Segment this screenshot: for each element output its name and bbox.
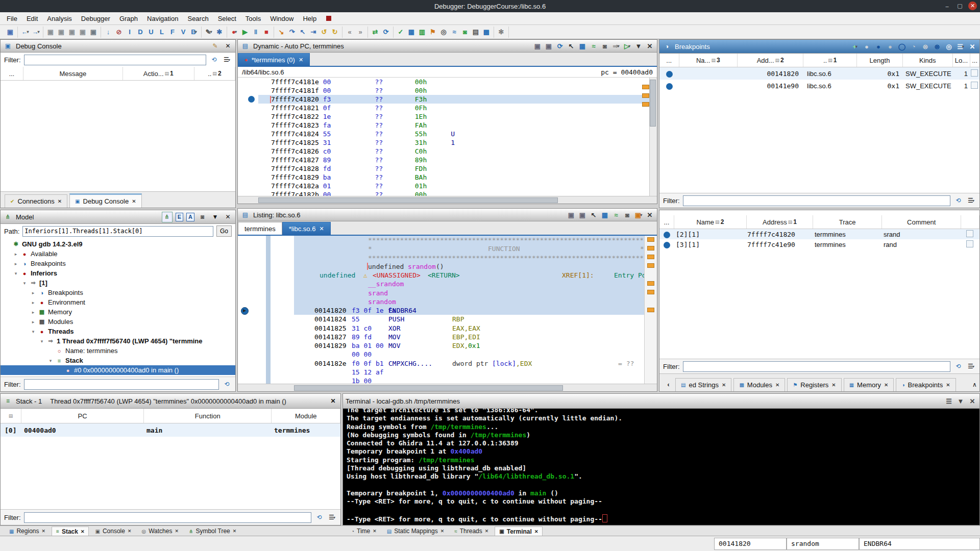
refresh-icon[interactable]: ⟳ (555, 41, 565, 51)
tab-close-icon[interactable]: ✕ (128, 529, 132, 534)
column-header-...[interactable]: ... (1, 67, 23, 80)
tab-close-icon[interactable]: ✕ (81, 529, 85, 534)
magnify-icon[interactable]: ◎ (944, 42, 953, 51)
breakpoint-enabled-icon[interactable] (666, 83, 673, 90)
pointer-icon[interactable]: ↖ (567, 41, 576, 51)
tree-expander-icon[interactable]: ▸ (31, 319, 36, 324)
tree-node[interactable]: ▾●Threads (1, 327, 235, 336)
byte-row[interactable]: 7ffff7c41822 1e ?? 1Eh (258, 112, 657, 121)
column-header-level[interactable]: ▤ (1, 409, 21, 423)
enable-all-icon[interactable]: ● (862, 42, 871, 51)
column-header-Trace[interactable]: Trace (813, 215, 882, 229)
letter-f-icon[interactable]: F (168, 28, 177, 37)
record-icon[interactable]: ●▾ (230, 28, 239, 37)
tree-expander-icon[interactable]: ▸ (13, 252, 18, 257)
column-header-Lo...[interactable]: Lo... (953, 54, 971, 67)
column-header-...[interactable]: ... (659, 54, 679, 67)
byte-row[interactable]: 7ffff7c41827 89 ?? 89h (258, 156, 657, 164)
menu-tools[interactable]: Tools (241, 14, 265, 23)
goto-prev-icon[interactable]: « (345, 28, 354, 37)
tab-debug-console[interactable]: ▣Debug Console✕ (69, 193, 141, 208)
filter-refresh-icon[interactable]: ⟲ (953, 362, 963, 371)
letter-d-icon[interactable]: D (136, 28, 145, 37)
column-header-Kinds[interactable]: Kinds (903, 54, 953, 67)
grid-icon[interactable]: ▦ (407, 28, 416, 37)
auto-read-icon[interactable]: ▷▾ (623, 41, 632, 51)
tab-close-icon[interactable]: ✕ (946, 382, 950, 388)
column-header-...[interactable]: ... (659, 215, 674, 229)
close-icon[interactable]: ✕ (645, 41, 654, 51)
tree-node[interactable]: ✱GNU gdb 14.2-3.el9 (1, 239, 235, 249)
breakpoint-dot-icon[interactable] (248, 96, 255, 103)
byte-row[interactable]: 7ffff7c4181e 00 ?? 00h (258, 78, 657, 86)
refresh-icon[interactable]: ⟳ (381, 28, 390, 37)
column-header-Length[interactable]: Length (857, 54, 903, 67)
tab-close-icon[interactable]: ✕ (373, 529, 377, 534)
tab-close-icon[interactable]: ✕ (831, 382, 836, 388)
camera-icon[interactable]: ◙ (623, 210, 632, 219)
chart-icon[interactable]: ≈ (611, 210, 621, 219)
column-header-Function[interactable]: Function (144, 409, 272, 423)
tree-expander-icon[interactable]: ▸ (31, 310, 36, 315)
location-row[interactable]: [3][1]7ffff7c41e90termminesrand (659, 239, 979, 249)
filter-input[interactable] (683, 361, 951, 372)
column-header-5[interactable] (961, 215, 979, 229)
diff-icon[interactable]: ▤ (471, 28, 480, 37)
bp-checkbox[interactable] (971, 69, 978, 77)
tab-ed-strings[interactable]: ▤ed Strings✕ (675, 378, 731, 391)
tab-close-icon[interactable]: ✕ (299, 57, 303, 63)
listing-line[interactable]: 0014182455PUSHRBP (238, 315, 657, 323)
tab-close-icon[interactable]: ✕ (884, 382, 888, 388)
camera-icon[interactable]: ◙ (600, 41, 609, 51)
filter-config-icon[interactable]: ☰▾ (222, 55, 232, 65)
byte-row[interactable]: 7ffff7c41821 0f ?? 0Fh (258, 104, 657, 112)
filter-input[interactable] (24, 55, 207, 65)
tree-node[interactable]: ▾●Inferiors (1, 268, 235, 278)
maximize-button[interactable]: ▢ (955, 2, 964, 10)
menu-help[interactable]: Help (298, 14, 321, 23)
paste-lock-icon[interactable]: ▣ (89, 28, 98, 37)
tree-node[interactable]: ▾⇒1 Thread 0x7ffff7f56740 (LWP 4654) "te… (1, 336, 235, 346)
dynamic-vscroll-thumb[interactable] (650, 80, 656, 127)
tab-close-icon[interactable]: ✕ (319, 226, 324, 232)
loc-checkbox[interactable] (966, 230, 973, 237)
save-icon[interactable]: ▣ (6, 28, 15, 37)
letter-i-icon[interactable]: I (125, 28, 134, 37)
close-icon[interactable]: ✕ (645, 210, 654, 219)
paste-icon[interactable]: ▣ (578, 210, 587, 219)
tab-close-icon[interactable]: ✕ (534, 529, 538, 534)
filter-refresh-icon[interactable]: ⟲ (314, 513, 324, 522)
paste-clone-icon[interactable]: ▣ (67, 28, 77, 37)
watch-icon[interactable]: ◎ (439, 28, 448, 37)
assign-icon[interactable]: ✱ (215, 28, 224, 37)
replay-icon[interactable]: ↻ (330, 28, 339, 37)
track-pc-icon[interactable]: ⇒▾ (611, 41, 621, 51)
flag-icon[interactable]: ⚑ (428, 28, 437, 37)
settings-icon[interactable]: ✻ (497, 28, 506, 37)
bottom-tab-terminal[interactable]: ▣Terminal✕ (495, 527, 543, 536)
bottom-tab-threads[interactable]: ≈Threads✕ (450, 527, 493, 536)
paste-icon[interactable]: ▣ (46, 28, 55, 37)
bytes-icon[interactable]: ≈ (450, 28, 459, 37)
byte-row[interactable]: 7ffff7c41825 31 ?? 31h 1 (258, 138, 657, 147)
letter-b-icon[interactable]: B▾ (189, 28, 199, 37)
tree-node[interactable]: ▸◑Breakpoints (1, 288, 235, 297)
bp-checkbox[interactable] (971, 82, 978, 89)
filter-config-icon[interactable]: ☰▾ (966, 362, 976, 371)
filter-config-icon[interactable]: ☰▾ (966, 196, 976, 206)
tree-node[interactable]: ▸●Available (1, 249, 235, 259)
breakpoint-marker-icon[interactable] (241, 307, 249, 315)
byte-row[interactable]: 7ffff7c41829 ba ?? BAh (258, 173, 657, 182)
step-into-icon[interactable]: ↘ (277, 28, 286, 37)
partial-icon[interactable]: ◔ (909, 42, 918, 51)
column-header-Na...[interactable]: Na...▤3 (679, 54, 738, 67)
cursor-down-icon[interactable]: ↓ (104, 28, 113, 37)
tab-libcso6[interactable]: *libc.so.6✕ (282, 222, 331, 235)
bottom-tab-time[interactable]: ◔Time✕ (347, 527, 381, 536)
column-header-Module[interactable]: Module (272, 409, 340, 423)
chevron-left-icon[interactable]: ‹ (664, 380, 673, 389)
tree-expander-icon[interactable]: ▾ (31, 329, 36, 334)
clear-icon[interactable]: ⊘ (114, 28, 124, 37)
listing-hscrollbar[interactable] (238, 384, 657, 391)
enable-icon[interactable]: ● (874, 42, 883, 51)
